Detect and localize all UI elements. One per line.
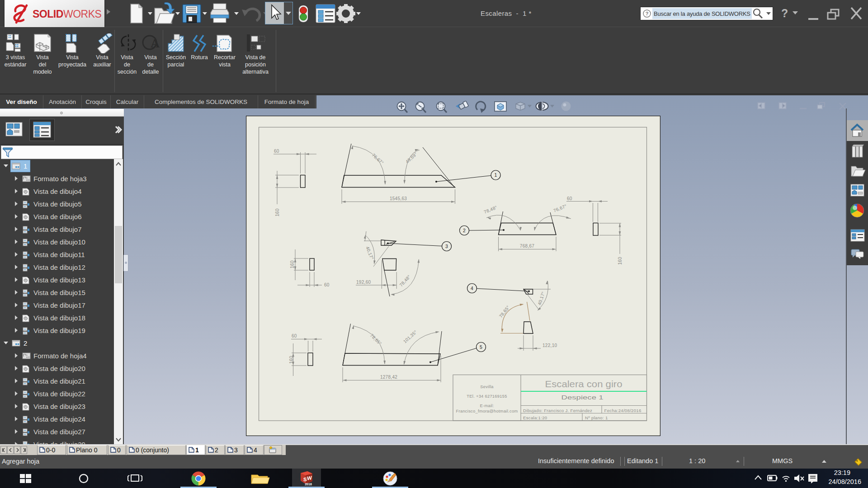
svg-text:Escala:1:20: Escala:1:20 — [523, 415, 547, 420]
svg-text:Sevilla: Sevilla — [480, 385, 494, 389]
svg-text:60: 60 — [567, 196, 572, 201]
svg-text:4: 4 — [471, 286, 473, 291]
svg-text:TEl. +34 627169155: TEl. +34 627169155 — [467, 394, 507, 399]
svg-text:E-mail:: E-mail: — [480, 404, 494, 408]
svg-text:160: 160 — [289, 356, 294, 364]
svg-text:122,10: 122,10 — [542, 343, 557, 348]
svg-text:160: 160 — [618, 257, 623, 265]
svg-text:768,67: 768,67 — [520, 244, 535, 249]
svg-text:1278,42: 1278,42 — [380, 375, 397, 380]
svg-text:S: S — [303, 477, 307, 482]
svg-text:A: A — [151, 36, 160, 50]
svg-text:160: 160 — [290, 260, 295, 268]
svg-text:Escalera con giro: Escalera con giro — [545, 379, 623, 389]
svg-text:1: 1 — [495, 172, 497, 178]
svg-text:60: 60 — [324, 282, 330, 287]
svg-text:5: 5 — [480, 344, 482, 350]
svg-text:2: 2 — [463, 228, 466, 233]
svg-text:?: ? — [781, 7, 788, 19]
svg-text:23:19: 23:19 — [834, 469, 850, 476]
svg-text:160: 160 — [275, 208, 280, 216]
svg-text:W: W — [307, 475, 312, 481]
svg-text:3: 3 — [445, 244, 448, 249]
svg-text:24/08/2016: 24/08/2016 — [828, 478, 861, 485]
svg-text:SOLID: SOLID — [33, 8, 63, 20]
svg-text:60: 60 — [274, 149, 279, 154]
svg-text:Buscar en la ayuda de SOLIDWOR: Buscar en la ayuda de SOLIDWORKS — [654, 10, 750, 17]
svg-text:2016: 2016 — [305, 483, 312, 486]
svg-text:Dibujado: Francisco J. Fernánd: Dibujado: Francisco J. Fernández — [523, 408, 592, 413]
svg-text:Nº plano: 1: Nº plano: 1 — [585, 415, 608, 420]
svg-text:60: 60 — [292, 333, 297, 338]
svg-text:Fecha:24/08/2016: Fecha:24/08/2016 — [604, 408, 642, 413]
svg-text:?: ? — [646, 11, 649, 16]
svg-text:Despiece 1: Despiece 1 — [561, 394, 604, 401]
svg-text:1545,63: 1545,63 — [390, 196, 407, 201]
svg-text:WORKS: WORKS — [63, 8, 102, 20]
svg-text:192,60: 192,60 — [356, 280, 371, 285]
svg-text:Francisco_fmora@hotmail.com: Francisco_fmora@hotmail.com — [456, 409, 518, 413]
